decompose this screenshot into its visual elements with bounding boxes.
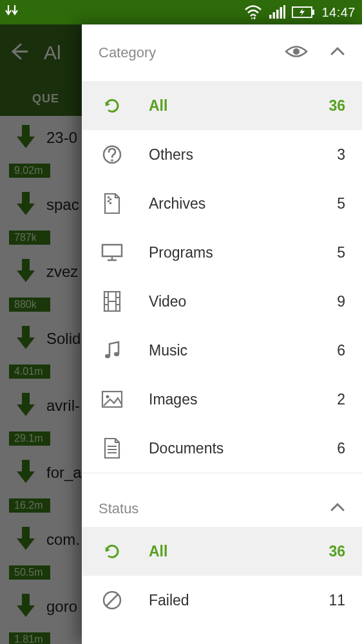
category-section-header: Category — [82, 24, 362, 81]
svg-rect-2 — [276, 10, 279, 19]
status-title: Status — [99, 500, 330, 517]
refresh-icon — [99, 96, 126, 115]
category-count: 5 — [337, 244, 345, 261]
category-label: Archives — [149, 195, 337, 213]
forbid-icon — [99, 590, 126, 611]
status-row-failed[interactable]: Failed11 — [82, 576, 362, 625]
svg-point-26 — [106, 395, 110, 399]
svg-rect-6 — [312, 10, 314, 15]
android-status-bar: 14:47 — [0, 0, 362, 24]
category-label: Images — [149, 391, 337, 408]
signal-icon — [269, 5, 285, 19]
category-count: 2 — [337, 391, 345, 408]
category-label: Video — [149, 293, 337, 310]
category-row-images[interactable]: Images2 — [82, 375, 362, 424]
image-icon — [99, 390, 126, 408]
category-count: 36 — [329, 97, 345, 115]
battery-charging-icon — [292, 6, 315, 19]
svg-line-31 — [106, 594, 118, 606]
svg-rect-10 — [108, 196, 110, 198]
category-row-documents[interactable]: Documents6 — [82, 424, 362, 473]
category-row-video[interactable]: Video9 — [82, 277, 362, 326]
status-count: 11 — [329, 592, 345, 609]
svg-point-23 — [105, 354, 110, 358]
status-count: 36 — [329, 543, 345, 560]
svg-rect-4 — [283, 5, 285, 19]
category-title: Category — [99, 44, 285, 61]
music-icon — [99, 340, 126, 361]
status-label: Failed — [149, 592, 329, 609]
status-time: 14:47 — [321, 5, 356, 20]
svg-rect-13 — [110, 202, 111, 204]
status-row-all[interactable]: All36 — [82, 527, 362, 576]
category-row-others[interactable]: Others3 — [82, 130, 362, 179]
svg-rect-1 — [273, 12, 276, 19]
category-row-all[interactable]: All36 — [82, 81, 362, 130]
help-icon — [99, 144, 126, 165]
category-count: 3 — [337, 146, 345, 164]
category-count: 9 — [337, 293, 345, 310]
category-count: 6 — [337, 440, 345, 457]
status-section-header: Status — [82, 491, 362, 527]
document-icon — [99, 437, 126, 459]
category-count: 6 — [337, 342, 345, 359]
chevron-up-icon[interactable] — [330, 46, 345, 59]
chevron-up-icon[interactable] — [330, 502, 345, 515]
svg-rect-11 — [110, 198, 111, 200]
svg-rect-3 — [280, 7, 283, 19]
category-list: All36Others3Archives5Programs5Video9Musi… — [82, 81, 362, 473]
category-label: Music — [149, 342, 337, 359]
wifi-icon — [244, 5, 262, 19]
category-label: Others — [149, 146, 337, 164]
download-active-icon — [4, 4, 23, 21]
category-label: All — [149, 97, 329, 115]
svg-point-7 — [293, 48, 300, 55]
film-icon — [99, 290, 126, 312]
svg-rect-0 — [269, 15, 272, 19]
category-row-programs[interactable]: Programs5 — [82, 228, 362, 277]
category-row-music[interactable]: Music6 — [82, 326, 362, 375]
category-label: Programs — [149, 244, 337, 261]
section-divider — [82, 473, 362, 491]
svg-rect-14 — [102, 245, 122, 256]
filter-drawer: Category All36Others3Archives5Programs5V… — [82, 24, 362, 644]
svg-point-24 — [114, 352, 119, 356]
svg-point-9 — [111, 159, 113, 162]
monitor-icon — [99, 243, 126, 262]
category-count: 5 — [337, 195, 345, 213]
status-list: All36Failed11 — [82, 527, 362, 625]
svg-rect-12 — [108, 200, 110, 202]
status-label: All — [149, 543, 329, 560]
status-left — [4, 4, 23, 21]
archive-icon — [99, 193, 126, 214]
category-row-archives[interactable]: Archives5 — [82, 179, 362, 228]
visibility-icon[interactable] — [285, 43, 308, 62]
status-right: 14:47 — [244, 5, 356, 20]
category-label: Documents — [149, 440, 337, 457]
refresh-icon — [99, 542, 126, 561]
